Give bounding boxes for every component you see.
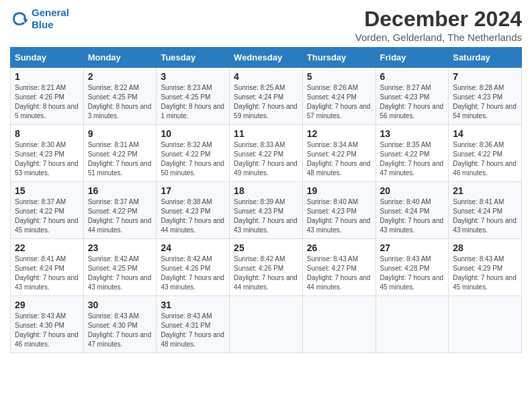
day-info: Sunrise: 8:42 AM Sunset: 4:25 PM Dayligh…: [88, 255, 152, 292]
col-thursday: Thursday: [302, 48, 375, 68]
day-number: 25: [234, 242, 298, 253]
day-info: Sunrise: 8:40 AM Sunset: 4:24 PM Dayligh…: [380, 197, 445, 235]
day-info: Sunrise: 8:37 AM Sunset: 4:22 PM Dayligh…: [15, 197, 79, 235]
table-row: 26 Sunrise: 8:43 AM Sunset: 4:27 PM Dayl…: [302, 239, 375, 296]
empty-cell: [449, 296, 522, 353]
table-row: 16 Sunrise: 8:37 AM Sunset: 4:22 PM Dayl…: [83, 182, 157, 239]
day-number: 20: [380, 185, 445, 196]
day-info: Sunrise: 8:43 AM Sunset: 4:29 PM Dayligh…: [453, 255, 517, 292]
day-number: 11: [234, 128, 298, 139]
day-info: Sunrise: 8:27 AM Sunset: 4:23 PM Dayligh…: [380, 83, 445, 121]
day-number: 27: [380, 242, 445, 253]
day-info: Sunrise: 8:43 AM Sunset: 4:31 PM Dayligh…: [161, 312, 225, 349]
day-number: 6: [380, 71, 445, 82]
day-number: 29: [15, 300, 79, 310]
table-row: 18 Sunrise: 8:39 AM Sunset: 4:23 PM Dayl…: [230, 182, 303, 239]
day-info: Sunrise: 8:41 AM Sunset: 4:24 PM Dayligh…: [15, 255, 79, 292]
table-row: 11 Sunrise: 8:33 AM Sunset: 4:22 PM Dayl…: [230, 125, 303, 182]
empty-cell: [230, 296, 303, 353]
table-row: 5 Sunrise: 8:26 AM Sunset: 4:24 PM Dayli…: [302, 68, 375, 125]
page-header: General Blue December 2024 Vorden, Gelde…: [10, 7, 522, 43]
day-info: Sunrise: 8:32 AM Sunset: 4:22 PM Dayligh…: [161, 140, 225, 178]
logo: General Blue: [10, 7, 69, 31]
calendar-table: Sunday Monday Tuesday Wednesday Thursday…: [10, 47, 522, 353]
day-info: Sunrise: 8:42 AM Sunset: 4:26 PM Dayligh…: [234, 255, 298, 292]
empty-cell: [375, 296, 449, 353]
day-info: Sunrise: 8:35 AM Sunset: 4:22 PM Dayligh…: [380, 140, 445, 178]
day-info: Sunrise: 8:25 AM Sunset: 4:24 PM Dayligh…: [234, 83, 298, 121]
day-number: 26: [307, 242, 371, 253]
day-info: Sunrise: 8:43 AM Sunset: 4:28 PM Dayligh…: [380, 255, 445, 292]
table-row: 24 Sunrise: 8:42 AM Sunset: 4:26 PM Dayl…: [157, 239, 230, 296]
table-row: 15 Sunrise: 8:37 AM Sunset: 4:22 PM Dayl…: [11, 182, 84, 239]
calendar-body: 1 Sunrise: 8:21 AM Sunset: 4:26 PM Dayli…: [11, 68, 522, 353]
day-number: 28: [453, 242, 517, 253]
day-info: Sunrise: 8:21 AM Sunset: 4:26 PM Dayligh…: [15, 83, 79, 121]
table-row: 9 Sunrise: 8:31 AM Sunset: 4:22 PM Dayli…: [83, 125, 157, 182]
day-info: Sunrise: 8:43 AM Sunset: 4:30 PM Dayligh…: [88, 312, 152, 349]
logo-icon: [10, 9, 29, 28]
table-row: 23 Sunrise: 8:42 AM Sunset: 4:25 PM Dayl…: [83, 239, 157, 296]
day-number: 7: [453, 71, 517, 82]
day-info: Sunrise: 8:38 AM Sunset: 4:23 PM Dayligh…: [161, 197, 225, 235]
day-number: 4: [234, 71, 298, 82]
day-info: Sunrise: 8:36 AM Sunset: 4:22 PM Dayligh…: [453, 140, 517, 178]
calendar-week: 1 Sunrise: 8:21 AM Sunset: 4:26 PM Dayli…: [11, 68, 522, 125]
day-number: 31: [161, 300, 225, 310]
calendar-week: 29 Sunrise: 8:43 AM Sunset: 4:30 PM Dayl…: [11, 296, 522, 353]
table-row: 1 Sunrise: 8:21 AM Sunset: 4:26 PM Dayli…: [11, 68, 84, 125]
empty-cell: [302, 296, 375, 353]
day-info: Sunrise: 8:23 AM Sunset: 4:25 PM Dayligh…: [161, 83, 225, 121]
day-number: 1: [15, 71, 79, 82]
day-info: Sunrise: 8:26 AM Sunset: 4:24 PM Dayligh…: [307, 83, 371, 121]
day-number: 18: [234, 185, 298, 196]
table-row: 12 Sunrise: 8:34 AM Sunset: 4:22 PM Dayl…: [302, 125, 375, 182]
table-row: 14 Sunrise: 8:36 AM Sunset: 4:22 PM Dayl…: [449, 125, 522, 182]
col-saturday: Saturday: [449, 48, 522, 68]
table-row: 27 Sunrise: 8:43 AM Sunset: 4:28 PM Dayl…: [375, 239, 449, 296]
day-number: 16: [88, 185, 152, 196]
table-row: 19 Sunrise: 8:40 AM Sunset: 4:23 PM Dayl…: [302, 182, 375, 239]
table-row: 31 Sunrise: 8:43 AM Sunset: 4:31 PM Dayl…: [157, 296, 230, 353]
month-title: December 2024: [355, 7, 522, 32]
day-info: Sunrise: 8:41 AM Sunset: 4:24 PM Dayligh…: [453, 197, 517, 235]
day-number: 5: [307, 71, 371, 82]
col-tuesday: Tuesday: [157, 48, 230, 68]
calendar-week: 15 Sunrise: 8:37 AM Sunset: 4:22 PM Dayl…: [11, 182, 522, 239]
table-row: 6 Sunrise: 8:27 AM Sunset: 4:23 PM Dayli…: [375, 68, 449, 125]
table-row: 25 Sunrise: 8:42 AM Sunset: 4:26 PM Dayl…: [230, 239, 303, 296]
day-info: Sunrise: 8:42 AM Sunset: 4:26 PM Dayligh…: [161, 255, 225, 292]
day-number: 21: [453, 185, 517, 196]
day-info: Sunrise: 8:39 AM Sunset: 4:23 PM Dayligh…: [234, 197, 298, 235]
table-row: 29 Sunrise: 8:43 AM Sunset: 4:30 PM Dayl…: [11, 296, 84, 353]
table-row: 21 Sunrise: 8:41 AM Sunset: 4:24 PM Dayl…: [449, 182, 522, 239]
table-row: 2 Sunrise: 8:22 AM Sunset: 4:25 PM Dayli…: [83, 68, 157, 125]
col-sunday: Sunday: [11, 48, 84, 68]
day-number: 13: [380, 128, 445, 139]
day-info: Sunrise: 8:30 AM Sunset: 4:23 PM Dayligh…: [15, 140, 79, 178]
day-info: Sunrise: 8:40 AM Sunset: 4:23 PM Dayligh…: [307, 197, 371, 235]
table-row: 30 Sunrise: 8:43 AM Sunset: 4:30 PM Dayl…: [83, 296, 157, 353]
day-number: 14: [453, 128, 517, 139]
day-info: Sunrise: 8:33 AM Sunset: 4:22 PM Dayligh…: [234, 140, 298, 178]
table-row: 4 Sunrise: 8:25 AM Sunset: 4:24 PM Dayli…: [230, 68, 303, 125]
table-row: 22 Sunrise: 8:41 AM Sunset: 4:24 PM Dayl…: [11, 239, 84, 296]
title-area: December 2024 Vorden, Gelderland, The Ne…: [355, 7, 522, 43]
logo-text: General Blue: [32, 7, 69, 31]
day-number: 12: [307, 128, 371, 139]
col-friday: Friday: [375, 48, 449, 68]
day-number: 15: [15, 185, 79, 196]
table-row: 13 Sunrise: 8:35 AM Sunset: 4:22 PM Dayl…: [375, 125, 449, 182]
location: Vorden, Gelderland, The Netherlands: [355, 32, 522, 43]
day-info: Sunrise: 8:34 AM Sunset: 4:22 PM Dayligh…: [307, 140, 371, 178]
day-number: 19: [307, 185, 371, 196]
day-number: 10: [161, 128, 225, 139]
table-row: 17 Sunrise: 8:38 AM Sunset: 4:23 PM Dayl…: [157, 182, 230, 239]
day-number: 24: [161, 242, 225, 253]
table-row: 10 Sunrise: 8:32 AM Sunset: 4:22 PM Dayl…: [157, 125, 230, 182]
day-info: Sunrise: 8:22 AM Sunset: 4:25 PM Dayligh…: [88, 83, 152, 121]
table-row: 3 Sunrise: 8:23 AM Sunset: 4:25 PM Dayli…: [157, 68, 230, 125]
table-row: 20 Sunrise: 8:40 AM Sunset: 4:24 PM Dayl…: [375, 182, 449, 239]
day-number: 23: [88, 242, 152, 253]
col-wednesday: Wednesday: [230, 48, 303, 68]
